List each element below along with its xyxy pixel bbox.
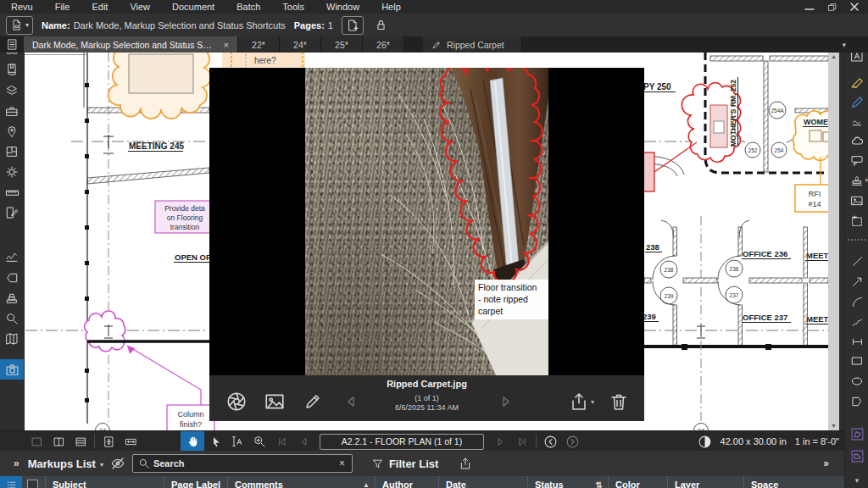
file-menu-button[interactable]: ▾: [6, 16, 33, 35]
hide-markups-eye-icon[interactable]: [110, 456, 125, 471]
file-access-button[interactable]: [0, 36, 24, 53]
page-navigation-box[interactable]: A2.2.1 - FLOOR PLAN (1 of 1): [320, 434, 484, 450]
sidebar-sets[interactable]: [0, 329, 24, 349]
edit-image-button[interactable]: [300, 389, 326, 414]
previous-image-button[interactable]: [338, 389, 364, 414]
sidebar-bookmarks[interactable]: [0, 59, 24, 80]
menu-document[interactable]: Document: [161, 0, 225, 14]
menu-tools[interactable]: Tools: [271, 0, 315, 14]
sidebar-markup-summary[interactable]: [0, 202, 24, 223]
column-author[interactable]: Author: [375, 476, 438, 488]
tool-image[interactable]: [845, 191, 868, 211]
next-image-button[interactable]: [493, 389, 519, 414]
tool-more-chevron[interactable]: ▾: [845, 470, 868, 488]
zoom-tool-button[interactable]: [248, 432, 270, 451]
close-button[interactable]: [849, 2, 860, 12]
fit-page-button[interactable]: [97, 432, 120, 451]
menu-view[interactable]: View: [119, 0, 161, 14]
restore-button[interactable]: [826, 2, 837, 13]
column-layer[interactable]: Layer: [667, 476, 743, 488]
tool-cloud[interactable]: [845, 130, 868, 151]
sidebar-signatures[interactable]: [0, 247, 24, 267]
sidebar-tool-chest[interactable]: [0, 101, 24, 121]
tab-active-document[interactable]: Dark Mode, Markup Selection and Status S…: [24, 36, 238, 53]
select-text-button[interactable]: [226, 432, 248, 451]
tab-list-chevron[interactable]: ▾: [842, 36, 846, 53]
tool-polyline[interactable]: [845, 312, 868, 332]
tool-callout[interactable]: [845, 151, 868, 171]
single-page-view-button[interactable]: [25, 432, 47, 451]
tool-snapshot[interactable]: [845, 211, 868, 231]
column-color[interactable]: Color: [608, 476, 667, 488]
sidebar-measurements[interactable]: [0, 182, 24, 202]
filter-list-button[interactable]: Filter List: [371, 458, 439, 470]
delete-image-button[interactable]: [606, 389, 632, 414]
tool-dimension[interactable]: [845, 331, 868, 352]
sidebar-properties[interactable]: [0, 162, 24, 182]
tool-highlighter[interactable]: [845, 71, 868, 92]
column-comments[interactable]: Comments▲: [227, 476, 375, 488]
tool-pen[interactable]: [845, 92, 868, 112]
tool-arc[interactable]: [845, 291, 868, 312]
menu-window[interactable]: Window: [315, 0, 370, 14]
tool-sketch-rectangle[interactable]: [845, 446, 868, 466]
split-horizontal-button[interactable]: [70, 432, 92, 451]
tool-line[interactable]: [845, 251, 868, 271]
markups-list-title[interactable]: Markups List: [28, 458, 96, 470]
first-page-button[interactable]: [270, 432, 292, 451]
document-vertical-scrollbar[interactable]: ▴▾: [828, 53, 839, 430]
previous-view-button[interactable]: [539, 432, 561, 451]
markup-list-mode-button[interactable]: [0, 476, 22, 488]
tool-stamp[interactable]: ▾: [845, 170, 868, 191]
add-image-button[interactable]: [262, 389, 287, 414]
text-markup-column[interactable]: Column finish?: [167, 405, 214, 434]
menu-edit[interactable]: Edit: [81, 0, 119, 14]
export-image-button[interactable]: ▾: [569, 389, 594, 414]
fit-width-button[interactable]: [120, 432, 142, 451]
tab-close-icon[interactable]: ×: [224, 40, 229, 50]
pan-tool-button-active[interactable]: [181, 431, 204, 452]
last-page-button[interactable]: [511, 432, 533, 451]
split-vertical-button[interactable]: [47, 432, 70, 451]
menu-revu[interactable]: Revu: [0, 0, 44, 14]
column-date[interactable]: Date: [438, 476, 527, 488]
search-input[interactable]: Search ×: [132, 454, 353, 473]
tool-underline[interactable]: [845, 111, 868, 131]
sidebar-search[interactable]: [0, 308, 24, 329]
sidebar-3d[interactable]: [0, 288, 24, 308]
lock-icon[interactable]: [374, 18, 388, 32]
column-status[interactable]: Status⇅: [527, 476, 608, 488]
export-summary-icon[interactable]: [459, 457, 472, 470]
tab-25[interactable]: 25*: [321, 36, 363, 53]
minimize-button[interactable]: [804, 2, 815, 12]
panel-expand-chevrons[interactable]: »: [0, 458, 28, 469]
new-page-button[interactable]: [342, 16, 364, 35]
carpet-photo[interactable]: Floor transition - note ripped carpet: [305, 68, 548, 375]
tab-24[interactable]: 24*: [280, 36, 321, 53]
chevron-down-icon[interactable]: ▾: [100, 461, 103, 469]
tool-ellipse[interactable]: [845, 371, 868, 391]
tab-22[interactable]: 22*: [238, 36, 280, 53]
tab-26[interactable]: 26*: [363, 36, 404, 53]
menu-help[interactable]: Help: [370, 0, 412, 14]
sort-ascending-icon[interactable]: ▲: [363, 481, 375, 488]
tool-rectangle[interactable]: [845, 351, 868, 371]
select-tool-button[interactable]: [204, 432, 226, 451]
menu-file[interactable]: File: [44, 0, 81, 14]
previous-page-button[interactable]: [292, 432, 314, 451]
sidebar-spaces[interactable]: [0, 141, 24, 162]
next-page-button[interactable]: [489, 432, 511, 451]
sidebar-layers[interactable]: [0, 80, 24, 101]
next-view-button[interactable]: [561, 432, 583, 451]
column-space[interactable]: Space: [743, 476, 820, 488]
column-subject[interactable]: Subject: [45, 476, 164, 488]
menu-batch[interactable]: Batch: [225, 0, 271, 14]
status-sort-icon[interactable]: ⇅: [596, 480, 608, 488]
tool-sketch-polygon[interactable]: [845, 424, 868, 444]
capture-camera-button[interactable]: [224, 389, 249, 414]
select-all-checkbox[interactable]: [27, 480, 38, 488]
tool-polygon[interactable]: [845, 391, 868, 412]
text-markup-flooring[interactable]: Provide deta on Flooring transition: [155, 201, 214, 233]
text-markup-here[interactable]: here?: [222, 51, 305, 68]
tool-arrow[interactable]: [845, 271, 868, 291]
